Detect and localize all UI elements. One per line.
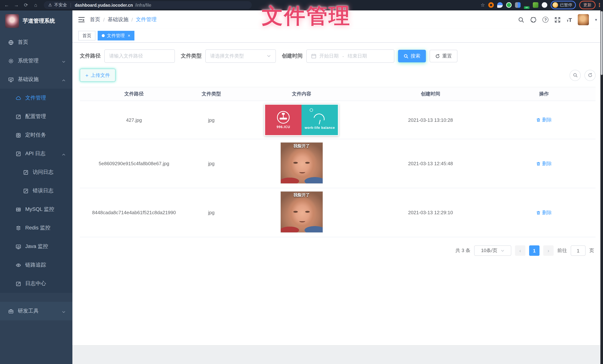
prev-page-button[interactable]: ‹ <box>515 245 525 256</box>
current-page-button[interactable]: 1 <box>529 245 540 256</box>
browser-home-icon[interactable]: ⌂ <box>32 2 39 8</box>
help-icon[interactable]: ? <box>543 17 549 23</box>
sidebar-item-日志中心[interactable]: 日志中心 <box>0 274 72 293</box>
cell-file-path: 8448cada8c714e4ab61f521c8da21990 <box>80 207 188 218</box>
page-size-select[interactable]: 10条/页 <box>474 245 511 256</box>
fullscreen-icon[interactable] <box>555 17 561 23</box>
page-unit-label: 页 <box>589 247 594 254</box>
bookmark-star-icon[interactable]: ☆ <box>481 2 485 8</box>
table-header-row: 文件路径文件类型文件内容创建时间操作 <box>80 87 596 101</box>
extension-icon[interactable] <box>506 2 512 8</box>
file-thumbnail-996icu[interactable]: 996.ICUwork-life balance <box>265 104 339 136</box>
extension-icon[interactable]: on <box>524 2 530 8</box>
refresh-table-button[interactable] <box>584 70 596 81</box>
pagination-total: 共 3 条 <box>455 247 470 254</box>
reset-button-icon <box>435 54 440 58</box>
extensions-puzzle-icon[interactable] <box>542 2 547 8</box>
sidebar-item-label: 研发工具 <box>18 308 39 314</box>
sidebar-item-label: Java 监控 <box>25 243 48 250</box>
search-button[interactable]: 搜索 <box>398 50 426 62</box>
sidebar-item-文件管理[interactable]: 文件管理 <box>0 89 72 107</box>
sidebar-item-基础设施[interactable]: 基础设施 <box>0 70 72 89</box>
github-icon[interactable] <box>530 17 537 23</box>
upload-file-button[interactable]: + 上传文件 <box>80 69 116 82</box>
cell-file-path: 5e8609290e915c4fa8b08e67.jpg <box>80 158 188 169</box>
file-path-input[interactable]: 请输入文件路径 <box>104 49 175 63</box>
reset-button[interactable]: 重置 <box>429 50 457 62</box>
cell-actions: 删除 <box>492 114 596 126</box>
main-area: 首页/基础设施/文件管理 ? тT ▾ 首页 <box>72 10 603 364</box>
date-range-picker[interactable]: 开始日期 - 结束日期 <box>306 49 394 63</box>
extension-icon[interactable] <box>533 2 538 8</box>
extension-icon[interactable] <box>488 2 494 8</box>
chevron-up-icon <box>62 77 66 81</box>
collapse-sidebar-icon[interactable] <box>78 17 85 22</box>
file-path-placeholder: 请输入文件路径 <box>109 53 143 59</box>
file-thumbnail-baby-meme[interactable]: 我裂开了 <box>280 142 323 184</box>
file-type-label: 文件类型 <box>181 53 202 59</box>
delete-button[interactable]: 删除 <box>536 160 552 167</box>
avatar-dropdown-caret-icon[interactable]: ▾ <box>595 17 597 22</box>
delete-button[interactable]: 删除 <box>536 209 552 216</box>
sidebar-item-访问日志[interactable]: 访问日志 <box>0 163 72 182</box>
recorder-paused-pill[interactable]: 已暂停 <box>551 1 576 9</box>
tab-文件管理[interactable]: 文件管理× <box>98 31 134 40</box>
tab-首页[interactable]: 首页 <box>78 31 95 40</box>
file-thumbnail-baby-meme[interactable]: 我裂开了 <box>280 191 323 233</box>
toggle-search-button[interactable] <box>569 70 581 81</box>
redis-icon <box>16 225 21 231</box>
sidebar-item-系统管理[interactable]: 系统管理 <box>0 52 72 70</box>
sidebar-item-API 日志[interactable]: API 日志 <box>0 144 72 163</box>
next-page-button[interactable]: › <box>543 245 554 256</box>
breadcrumb-item[interactable]: 基础设施 <box>108 16 128 23</box>
sidebar-item-配置管理[interactable]: 配置管理 <box>0 107 72 126</box>
browser-reload-icon[interactable]: ⟳ <box>22 2 30 8</box>
scrollbar[interactable] <box>600 10 603 364</box>
breadcrumb-item[interactable]: 首页 <box>90 16 100 23</box>
sidebar-item-错误日志[interactable]: 错误日志 <box>0 182 72 200</box>
beach-umbrella-icon <box>314 112 326 120</box>
sidebar-item-定时任务[interactable]: 定时任务 <box>0 126 72 144</box>
file-type-select[interactable]: 请选择文件类型 <box>205 49 276 63</box>
sidebar-item-Java 监控[interactable]: Java 监控 <box>0 237 72 256</box>
user-avatar[interactable] <box>578 14 589 25</box>
infra-icon <box>8 77 14 82</box>
scrollbar-thumb[interactable] <box>601 11 603 75</box>
address-bar[interactable]: ⚠ 不安全 dashboard.yudao.iocoder.cn/infra/f… <box>44 1 252 9</box>
sun-icon <box>310 108 313 112</box>
sidebar-item-label: MySQL 监控 <box>25 206 54 213</box>
sidebar-logo-row[interactable]: 芋道管理系统 <box>0 10 72 33</box>
doc-icon <box>23 170 29 175</box>
sidebar-item-Redis 监控[interactable]: Redis 监控 <box>0 219 72 237</box>
update-label: 更新 <box>583 2 591 8</box>
close-tab-icon[interactable]: × <box>128 33 130 38</box>
extension-grid-icon[interactable] <box>515 2 521 8</box>
goto-page-input[interactable]: 1 <box>571 245 586 256</box>
browser-menu-icon[interactable] <box>599 3 600 7</box>
search-icon[interactable] <box>518 17 524 23</box>
sidebar-item-研发工具[interactable]: 研发工具 <box>0 302 72 320</box>
font-size-icon[interactable]: тT <box>567 17 572 23</box>
sidebar-item-链路追踪[interactable]: 链路追踪 <box>0 256 72 274</box>
sidebar-item-label: 系统管理 <box>18 57 39 64</box>
db-icon <box>16 207 21 212</box>
extension-pin-icon[interactable] <box>497 2 503 8</box>
sidebar-item-首页[interactable]: 首页 <box>0 33 72 52</box>
app-title: 芋道管理系统 <box>23 17 55 24</box>
cell-create-time: 2021-03-13 13:10:28 <box>369 114 493 126</box>
delete-button[interactable]: 删除 <box>536 117 552 123</box>
banner-left-text: 996.ICU <box>277 125 290 129</box>
column-header-文件类型: 文件类型 <box>188 87 234 101</box>
goto-label: 前往 <box>557 247 567 254</box>
sidebar-item-label: 首页 <box>18 39 28 46</box>
sidebar-item-MySQL 监控[interactable]: MySQL 监控 <box>0 200 72 219</box>
sidebar-item-label: 错误日志 <box>33 187 53 194</box>
breadcrumb-item[interactable]: 文件管理 <box>136 16 157 23</box>
browser-back-icon[interactable]: ← <box>3 2 10 8</box>
table-row: 8448cada8c714e4ab61f521c8da21990jpg我裂开了2… <box>80 188 596 237</box>
sidebar-item-label: 日志中心 <box>25 280 46 287</box>
cell-actions: 删除 <box>492 206 596 219</box>
paused-label: 已暂停 <box>560 2 572 8</box>
browser-forward-icon[interactable]: → <box>13 2 20 8</box>
chrome-update-button[interactable]: 更新 <box>579 1 596 9</box>
